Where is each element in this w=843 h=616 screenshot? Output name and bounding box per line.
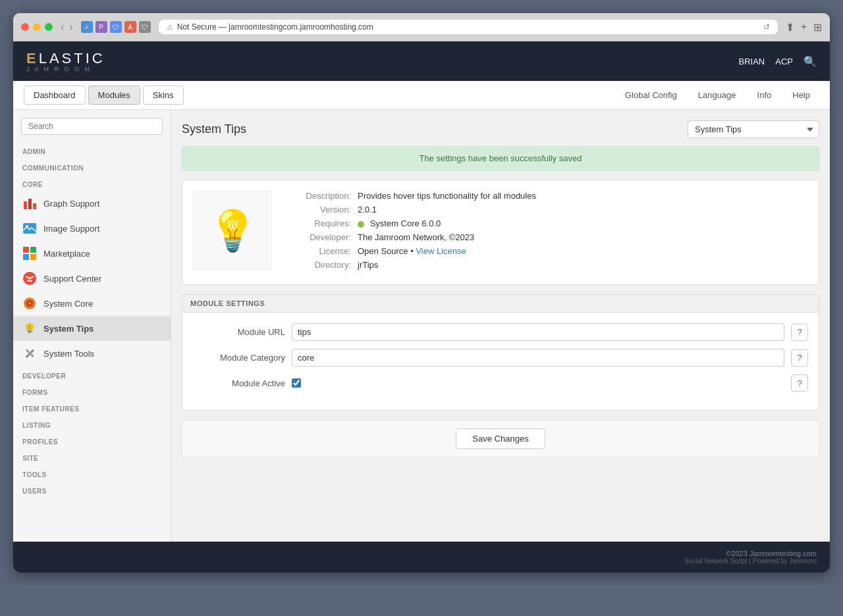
footer: ©2023 Jamroomtesting.com Social Network … (13, 542, 830, 573)
tabs-icon[interactable]: ⊞ (813, 21, 822, 34)
sidebar-item-marketplace-label: Marketplace (43, 249, 90, 259)
close-dot[interactable] (21, 23, 29, 31)
svg-point-13 (28, 302, 31, 305)
core-icon (22, 296, 37, 311)
sidebar-section-communication: COMMUNICATION (13, 158, 171, 174)
sidebar-item-graph-support[interactable]: Graph Support (13, 191, 171, 216)
user-label[interactable]: BRIAN (739, 57, 765, 66)
module-active-checkbox[interactable] (292, 378, 301, 388)
view-license-link[interactable]: View License (416, 246, 466, 256)
content-area: ADMIN COMMUNICATION CORE Graph Support (13, 110, 830, 542)
save-btn-container: Save Changes (182, 420, 819, 457)
sidebar-item-image-support[interactable]: Image Support (13, 216, 171, 241)
requires-value: System Core 6.0.0 (358, 218, 441, 228)
sidebar-section-core: CORE (13, 174, 171, 191)
sidebar-section-tools: TOOLS (13, 465, 171, 481)
sidebar-section-item-features: ITEM FEATURES (13, 399, 171, 415)
reload-button[interactable]: ↺ (763, 22, 770, 32)
description-row: Description: Provides hover tips functio… (285, 191, 808, 201)
logo-e: E (26, 50, 39, 66)
forward-button[interactable]: › (69, 21, 72, 33)
requires-row: Requires: System Core 6.0.0 (285, 218, 808, 228)
acp-link[interactable]: ACP (775, 57, 793, 66)
logo-rest: LASTIC (39, 50, 105, 66)
module-url-row: Module URL ? (193, 323, 808, 341)
module-category-help[interactable]: ? (791, 349, 808, 367)
description-value: Provides hover tips functionality for al… (358, 191, 536, 201)
footer-subtext: Social Network Script | Powered by Jamro… (26, 557, 817, 565)
sidebar-item-system-tools[interactable]: System Tools (13, 341, 171, 366)
browser-dots (21, 23, 53, 31)
developer-row: Developer: The Jamroom Network, ©2023 (285, 232, 808, 242)
svg-rect-2 (33, 203, 36, 209)
tab-icon-3: 🛡 (110, 21, 122, 33)
sidebar-item-system-tools-label: System Tools (43, 349, 94, 359)
description-label: Description: (285, 191, 351, 201)
developer-label: Developer: (285, 232, 351, 242)
module-active-help[interactable]: ? (791, 374, 808, 392)
browser-window: ‹ › ✓ P 🛡 A 🛡 ⚠ Not Secure — jamroomtest… (13, 13, 830, 573)
version-label: Version: (285, 205, 351, 215)
sidebar-section-site: SITE (13, 448, 171, 465)
footer-text: ©2023 Jamroomtesting.com (26, 550, 817, 557)
module-settings-header: MODULE SETTINGS (182, 294, 819, 313)
tab-modules[interactable]: Modules (88, 86, 140, 105)
top-nav-right: Global Config Language Info Help (616, 86, 819, 104)
browser-nav: ‹ › (61, 21, 73, 33)
directory-row: Directory: jrTips (285, 260, 808, 270)
svg-rect-7 (23, 254, 29, 260)
chart-icon (22, 196, 37, 211)
license-value: Open Source • View License (358, 246, 466, 256)
module-bulb-icon: 💡 (208, 207, 258, 254)
page-header: System Tips System Tips (182, 120, 819, 138)
sidebar-section-developer: DEVELOPER (13, 366, 171, 382)
logo-text: ELASTIC (26, 50, 105, 67)
svg-rect-5 (23, 247, 29, 253)
sidebar-item-system-core[interactable]: System Core (13, 291, 171, 316)
tab-language[interactable]: Language (689, 86, 746, 104)
url-text: Not Secure — jamroomtestingcom.jamroomho… (177, 22, 373, 32)
tab-skins[interactable]: Skins (143, 86, 184, 105)
sidebar-section-listing: LISTING (13, 415, 171, 432)
page-title: System Tips (182, 122, 246, 136)
sidebar-item-system-tips-label: System Tips (43, 324, 94, 334)
tab-info[interactable]: Info (748, 86, 781, 104)
tab-dashboard[interactable]: Dashboard (24, 86, 86, 105)
browser-actions: ⬆ + ⊞ (786, 21, 822, 34)
share-icon[interactable]: ⬆ (786, 21, 794, 34)
sidebar-item-marketplace[interactable]: Marketplace (13, 241, 171, 266)
module-selector[interactable]: System Tips (688, 120, 819, 138)
tab-global-config[interactable]: Global Config (616, 86, 686, 104)
search-input[interactable] (21, 118, 163, 135)
address-bar[interactable]: ⚠ Not Secure — jamroomtestingcom.jamroom… (159, 20, 778, 34)
search-icon[interactable]: 🔍 (803, 55, 817, 68)
save-changes-button[interactable]: Save Changes (456, 428, 545, 449)
tab-icon-5: 🛡 (139, 21, 151, 33)
module-url-help[interactable]: ? (791, 324, 808, 341)
sidebar-item-system-tips[interactable]: System Tips (13, 316, 171, 341)
license-label: License: (285, 246, 351, 256)
sidebar-item-support-center[interactable]: Support Center (13, 266, 171, 291)
module-active-row: Module Active ? (193, 374, 808, 392)
tab-help[interactable]: Help (783, 86, 819, 104)
developer-value: The Jamroom Network, ©2023 (358, 232, 474, 242)
module-active-label: Module Active (193, 378, 285, 388)
new-tab-icon[interactable]: + (801, 21, 807, 34)
module-icon-container: 💡 (193, 191, 272, 270)
minimize-dot[interactable] (33, 23, 41, 31)
app-header: ELASTIC J A M R O O M BRIAN ACP 🔍 (13, 41, 830, 81)
sidebar-section-profiles: PROFILES (13, 432, 171, 448)
success-banner: The settings have been successfully save… (182, 146, 819, 170)
module-category-input[interactable] (292, 349, 784, 367)
top-nav: Dashboard Modules Skins Global Config La… (13, 81, 830, 110)
browser-titlebar: ‹ › ✓ P 🛡 A 🛡 ⚠ Not Secure — jamroomtest… (13, 13, 830, 41)
directory-label: Directory: (285, 260, 351, 270)
app-body: Dashboard Modules Skins Global Config La… (13, 81, 830, 542)
module-category-row: Module Category ? (193, 349, 808, 367)
license-row: License: Open Source • View License (285, 246, 808, 256)
module-url-input[interactable] (292, 323, 784, 341)
sidebar: ADMIN COMMUNICATION CORE Graph Support (13, 110, 171, 542)
sidebar-section-users: USERS (13, 481, 171, 498)
back-button[interactable]: ‹ (61, 21, 64, 33)
maximize-dot[interactable] (45, 23, 53, 31)
